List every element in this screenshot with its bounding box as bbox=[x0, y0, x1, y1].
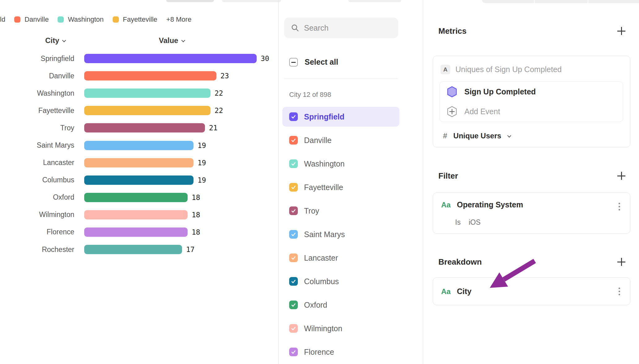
select-all-row[interactable]: Select all bbox=[289, 58, 338, 67]
select-all-label: Select all bbox=[305, 58, 338, 67]
bar[interactable] bbox=[84, 71, 216, 80]
city-checkbox-checked[interactable] bbox=[289, 136, 298, 145]
city-checkbox-checked[interactable] bbox=[289, 159, 298, 168]
search-box[interactable] bbox=[284, 18, 398, 38]
bar[interactable] bbox=[84, 193, 188, 202]
city-list-item-label: Springfield bbox=[304, 112, 345, 121]
city-checkbox-checked[interactable] bbox=[289, 183, 298, 192]
city-list-item-label: Saint Marys bbox=[304, 230, 345, 239]
kebab-menu-icon[interactable] bbox=[615, 201, 623, 212]
metric-summary-row[interactable]: A Uniques of Sign Up Completed bbox=[441, 65, 562, 74]
column-header-value[interactable]: Value bbox=[159, 36, 184, 45]
bar-chart-row: Danville23 bbox=[0, 67, 278, 84]
city-checkbox-checked[interactable] bbox=[289, 254, 298, 262]
bar-value-label: 21 bbox=[209, 124, 218, 132]
chevron-down-icon bbox=[507, 133, 511, 137]
bar-value-label: 23 bbox=[220, 72, 229, 80]
filter-property-name: Operating System bbox=[457, 200, 523, 209]
add-metric-button[interactable] bbox=[617, 26, 626, 36]
legend-item-truncated[interactable]: ld bbox=[0, 15, 5, 24]
chart-panel: ld DanvilleWashingtonFayetteville +8 Mor… bbox=[0, 0, 278, 364]
check-icon bbox=[291, 255, 296, 261]
filter-value[interactable]: iOS bbox=[469, 218, 480, 227]
legend-item[interactable]: Fayetteville bbox=[113, 15, 157, 24]
city-list-item-label: Florence bbox=[304, 348, 334, 357]
city-checkbox-checked[interactable] bbox=[289, 277, 298, 286]
city-list-item[interactable]: Danville bbox=[282, 130, 399, 150]
kebab-menu-icon[interactable] bbox=[615, 286, 623, 297]
breakdown-property-row[interactable]: Aa City bbox=[441, 287, 472, 296]
check-icon bbox=[291, 184, 296, 190]
bar-chart-row: Columbus19 bbox=[0, 171, 278, 189]
metric-letter-badge: A bbox=[441, 65, 450, 74]
city-list-item[interactable]: Saint Marys bbox=[282, 224, 399, 244]
bar-chart-row: Saint Marys19 bbox=[0, 136, 278, 154]
bar-value-label: 22 bbox=[215, 89, 223, 97]
bar-category-label: Washington bbox=[0, 89, 74, 98]
legend-item[interactable]: Danville bbox=[14, 15, 49, 24]
city-list-item[interactable]: Washington bbox=[282, 154, 399, 174]
city-list-item[interactable]: Oxford bbox=[282, 295, 399, 315]
check-icon bbox=[291, 114, 296, 119]
check-icon bbox=[291, 161, 296, 167]
event-row[interactable]: Sign Up Completed bbox=[440, 82, 623, 102]
bar-value-label: 18 bbox=[192, 228, 200, 236]
chevron-down-icon bbox=[62, 38, 66, 42]
city-checkbox-checked[interactable] bbox=[289, 301, 298, 309]
city-list-item-label: Troy bbox=[304, 206, 319, 215]
bar[interactable] bbox=[84, 89, 211, 98]
filter-operator[interactable]: Is bbox=[455, 218, 461, 227]
bar[interactable] bbox=[84, 158, 193, 167]
bar-value-label: 18 bbox=[192, 211, 200, 219]
column-header-city[interactable]: City bbox=[45, 36, 65, 45]
city-list: SpringfieldDanvilleWashingtonFayettevill… bbox=[282, 107, 399, 364]
search-input[interactable] bbox=[304, 24, 388, 32]
bar-value-label: 19 bbox=[198, 159, 206, 167]
legend-item-label: Danville bbox=[24, 15, 49, 24]
city-checkbox-checked[interactable] bbox=[289, 230, 298, 239]
chevron-down-icon bbox=[181, 38, 185, 42]
measure-label: Unique Users bbox=[453, 132, 501, 140]
city-list-item[interactable]: Springfield bbox=[282, 107, 399, 127]
add-event-row[interactable]: Add Event bbox=[440, 102, 623, 121]
legend-more-button[interactable]: +8 More bbox=[166, 15, 191, 24]
chart-legend: ld DanvilleWashingtonFayetteville +8 Mor… bbox=[0, 15, 191, 24]
column-header-city-label: City bbox=[45, 36, 59, 45]
bar[interactable] bbox=[84, 210, 188, 219]
city-checkbox-checked[interactable] bbox=[289, 324, 298, 333]
bar[interactable] bbox=[84, 123, 205, 132]
add-filter-button[interactable] bbox=[617, 171, 626, 180]
bar[interactable] bbox=[84, 176, 193, 185]
filter-property-row[interactable]: Aa Operating System bbox=[441, 200, 523, 209]
bar-category-label: Springfield bbox=[0, 54, 74, 63]
bar[interactable] bbox=[84, 245, 182, 254]
add-breakdown-button[interactable] bbox=[617, 257, 626, 266]
city-list-item[interactable]: Lancaster bbox=[282, 248, 399, 268]
breakdown-card: Aa City bbox=[433, 277, 630, 305]
city-list-item[interactable]: Columbus bbox=[282, 271, 399, 291]
city-list-item[interactable]: Fayetteville bbox=[282, 177, 399, 197]
measure-selector[interactable]: # Unique Users bbox=[443, 132, 510, 140]
city-checkbox-checked[interactable] bbox=[289, 112, 298, 121]
bar[interactable] bbox=[84, 54, 257, 63]
city-list-item[interactable]: Florence bbox=[282, 342, 399, 362]
city-list-item[interactable]: Wilmington bbox=[282, 318, 399, 338]
bar[interactable] bbox=[84, 228, 188, 237]
bar[interactable] bbox=[84, 106, 211, 115]
search-icon bbox=[291, 24, 299, 32]
legend-item[interactable]: Washington bbox=[58, 15, 103, 24]
city-list-item-label: Fayetteville bbox=[304, 183, 343, 192]
string-property-icon: Aa bbox=[441, 201, 451, 209]
string-property-icon: Aa bbox=[441, 287, 451, 296]
add-event-label: Add Event bbox=[464, 107, 500, 116]
city-checkbox-checked[interactable] bbox=[289, 206, 298, 215]
select-all-checkbox-indeterminate[interactable] bbox=[289, 58, 298, 67]
bar[interactable] bbox=[84, 141, 193, 150]
breakdown-heading: Breakdown bbox=[438, 257, 482, 267]
city-checkbox-checked[interactable] bbox=[289, 348, 298, 356]
legend-item-label: Fayetteville bbox=[123, 15, 157, 24]
city-list-item[interactable]: Troy bbox=[282, 201, 399, 221]
app-screen: ld DanvilleWashingtonFayetteville +8 Mor… bbox=[0, 0, 639, 364]
check-icon bbox=[291, 302, 296, 308]
city-list-item-label: Oxford bbox=[304, 301, 327, 310]
